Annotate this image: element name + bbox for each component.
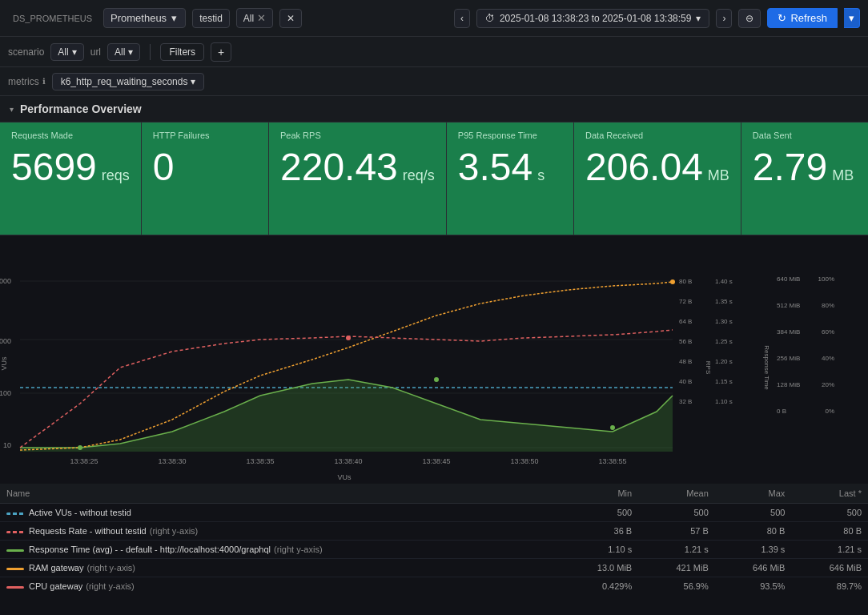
refresh-caret-button[interactable]: ▾ <box>844 8 860 28</box>
rt-1.40: 1.40 s <box>715 278 733 285</box>
section-title: Performance Overview <box>20 102 142 115</box>
legend-name: CPU gateway(right y-axis) <box>0 577 557 596</box>
response-time-label: Response Time <box>763 345 770 390</box>
legend-min: 13.0 MiB <box>557 559 638 577</box>
rt-1.35: 1.35 s <box>715 298 733 305</box>
legend-min: 500 <box>557 504 638 522</box>
x-axis-label: VUs <box>337 473 352 481</box>
legend-color-line <box>6 531 24 533</box>
scenario-value: All <box>58 46 68 58</box>
stat-unit: req/s <box>403 168 435 183</box>
metrics-text: metrics <box>8 76 39 87</box>
legend-color-line <box>6 586 24 589</box>
rt-1.25: 1.25 s <box>715 338 733 345</box>
stat-value: 206.04 MB <box>585 148 729 187</box>
section-chevron-icon: ▾ <box>10 105 14 114</box>
rps-48b: 48 B <box>679 358 692 365</box>
x-tick-0: 13:38:25 <box>70 457 98 465</box>
legend-mean: 421 MiB <box>638 559 715 577</box>
clock-icon: ⏱ <box>485 13 495 24</box>
scenario-select[interactable]: All ▾ <box>50 43 83 61</box>
section-header[interactable]: ▾ Performance Overview <box>0 96 868 123</box>
rt-1.15: 1.15 s <box>715 378 733 385</box>
zoom-out-button[interactable]: ⊖ <box>738 9 761 28</box>
legend-name: RAM gateway(right y-axis) <box>0 559 557 577</box>
time-next-button[interactable]: › <box>716 9 732 28</box>
refresh-button[interactable]: ↻ Refresh <box>767 8 838 28</box>
rps-dot <box>346 336 351 340</box>
stat-number: 206.04 <box>585 148 703 187</box>
url-label: url <box>90 46 101 58</box>
y-left-10000: 10000 <box>0 277 11 285</box>
legend-color-line <box>6 568 24 570</box>
x-tick-3: 13:38:40 <box>334 457 362 465</box>
stat-card-title: Peak RPS <box>280 131 435 140</box>
scenario-label: scenario <box>8 46 44 58</box>
y-left-1000: 1000 <box>0 337 11 345</box>
rps-80b: 80 B <box>679 278 692 285</box>
stat-unit: reqs <box>102 168 130 183</box>
legend-last: 646 MiB <box>791 559 868 577</box>
legend-section: Name Min Mean Max Last * Active VUs - wi… <box>0 484 868 595</box>
top-bar: DS_PROMETHEUS Prometheus ▾ testid All ✕ … <box>0 0 868 37</box>
time-prev-button[interactable]: ‹ <box>454 9 470 28</box>
mib-384: 384 MiB <box>777 328 800 336</box>
x-tick-2: 13:38:35 <box>246 457 274 465</box>
legend-min: 1.10 s <box>557 541 638 559</box>
chevron-down-icon: ▾ <box>128 46 133 58</box>
pct-60: 60% <box>822 328 834 336</box>
chart-container: 10000 1000 100 10 VUs 80 B 72 B 64 B 56 … <box>0 235 868 484</box>
table-row: Response Time (avg) - - default - http:/… <box>0 541 868 559</box>
rps-56b: 56 B <box>679 338 692 345</box>
col-min: Min <box>557 484 638 504</box>
chevron-down-icon: ▾ <box>696 13 701 24</box>
legend-last: 80 B <box>791 522 868 541</box>
stat-value: 2.79 MB <box>753 148 857 187</box>
stat-card-peak-rps: Peak RPS 220.43 req/s <box>269 123 447 235</box>
table-row: Active VUs - without testid500500500500 <box>0 504 868 522</box>
chevron-down-icon: ▾ <box>72 46 77 58</box>
metrics-label: metrics ℹ <box>8 76 46 87</box>
rps-32b: 32 B <box>679 398 692 405</box>
legend-max: 646 MiB <box>715 559 792 577</box>
info-icon: ℹ <box>42 77 46 86</box>
stat-number: 5699 <box>11 148 97 187</box>
main-chart[interactable]: 10000 1000 100 10 VUs 80 B 72 B 64 B 56 … <box>0 235 868 484</box>
stat-card-title: P95 Response Time <box>458 131 562 140</box>
legend-mean: 56.9% <box>638 577 715 596</box>
all-pill[interactable]: All ✕ <box>236 8 273 28</box>
time-range-selector[interactable]: ⏱ 2025-01-08 13:38:23 to 2025-01-08 13:3… <box>476 9 710 28</box>
datasource-select[interactable]: Prometheus ▾ <box>103 8 186 28</box>
stat-card-requests: Requests Made 5699 reqs <box>0 123 142 235</box>
table-row: Requests Rate - without testid(right y-a… <box>0 522 868 541</box>
empty-pill[interactable]: ✕ <box>279 9 302 28</box>
pct-20: 20% <box>822 381 834 388</box>
response-dot-2 <box>434 377 439 382</box>
vus-y-label: VUs <box>0 356 8 371</box>
legend-max: 80 B <box>715 522 792 541</box>
pct-0: 0% <box>825 408 834 415</box>
testid-pill[interactable]: testid <box>192 9 230 28</box>
rt-1.10: 1.10 s <box>715 398 733 405</box>
pct-40: 40% <box>822 355 834 362</box>
legend-mean: 500 <box>638 504 715 522</box>
stat-card-data-sent: Data Sent 2.79 MB <box>741 123 868 235</box>
legend-last: 89.7% <box>791 577 868 596</box>
stat-value: 3.54 s <box>458 148 562 187</box>
filters-button[interactable]: Filters <box>160 43 204 61</box>
mib-640: 640 MiB <box>777 275 800 283</box>
rt-1.20: 1.20 s <box>715 358 733 365</box>
legend-name: Active VUs - without testid <box>0 504 557 522</box>
add-filter-button[interactable]: + <box>211 42 231 62</box>
stat-unit: MB <box>708 168 729 183</box>
col-last: Last * <box>791 484 868 504</box>
url-select[interactable]: All ▾ <box>107 43 140 61</box>
legend-max: 1.39 s <box>715 541 792 559</box>
stat-card-failures: HTTP Failures 0 <box>142 123 269 235</box>
legend-color-line <box>6 549 24 552</box>
legend-min: 0.429% <box>557 577 638 596</box>
all-close-icon[interactable]: ✕ <box>257 12 266 24</box>
metrics-select[interactable]: k6_http_req_waiting_seconds ▾ <box>52 73 205 90</box>
close-icon[interactable]: ✕ <box>287 13 295 24</box>
stat-card-title: HTTP Failures <box>153 131 257 140</box>
